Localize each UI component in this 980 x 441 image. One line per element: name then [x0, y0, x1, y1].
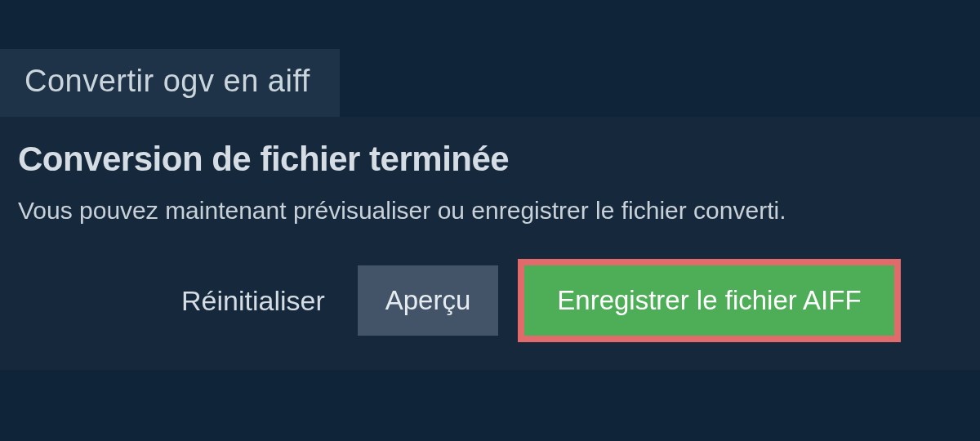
save-button[interactable]: Enregistrer le fichier AIFF [518, 259, 900, 342]
completion-description: Vous pouvez maintenant prévisualiser ou … [18, 197, 962, 225]
tab-convert[interactable]: Convertir ogv en aiff [0, 49, 340, 117]
main-container: Convertir ogv en aiff Conversion de fich… [0, 0, 980, 370]
completion-heading: Conversion de fichier terminée [18, 140, 962, 179]
tab-label: Convertir ogv en aiff [24, 64, 310, 98]
tab-bar: Convertir ogv en aiff [0, 49, 980, 117]
button-row: Réinitialiser Aperçu Enregistrer le fich… [18, 259, 962, 342]
content-panel: Conversion de fichier terminée Vous pouv… [0, 117, 980, 370]
reset-button[interactable]: Réinitialiser [181, 285, 325, 317]
preview-button[interactable]: Aperçu [358, 265, 499, 336]
